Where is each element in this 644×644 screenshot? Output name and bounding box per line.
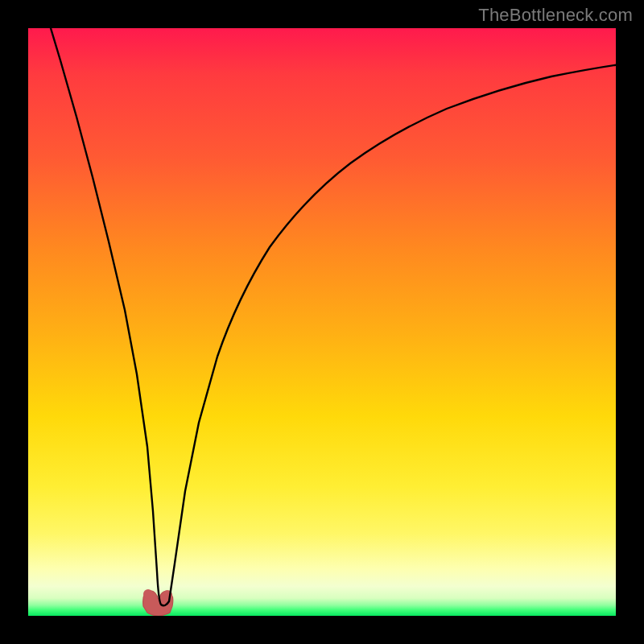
bottleneck-curve	[48, 28, 616, 605]
curve-layer	[28, 28, 616, 616]
plot-area	[28, 28, 616, 616]
chart-frame: TheBottleneck.com	[0, 0, 644, 644]
watermark-text: TheBottleneck.com	[478, 5, 633, 26]
svg-point-0	[143, 589, 153, 599]
